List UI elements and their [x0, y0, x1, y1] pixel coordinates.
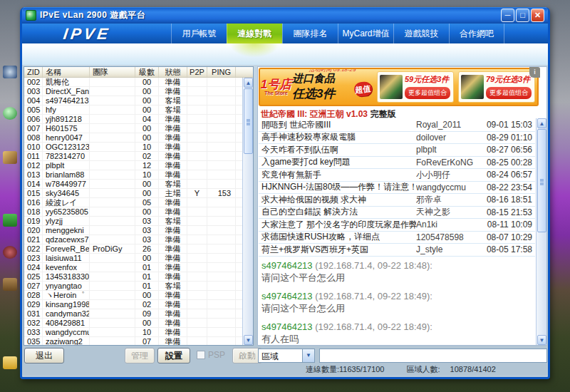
column-header-ping[interactable]: PING — [207, 67, 236, 77]
chat-log: s497464213 (192.168.71.4, 09-22 18:48): … — [259, 257, 535, 344]
column-header-p2p[interactable]: P2P — [187, 67, 207, 77]
ad-banner[interactable]: 1号店The Store 活动时间 09.18-29 进口食品 任选3件 超值 … — [259, 68, 539, 106]
desktop-icon-photo[interactable] — [3, 151, 17, 164]
player-row[interactable]: 014 w78449977 00 客場 — [24, 180, 242, 189]
player-row[interactable]: 013 brianlam88 10 準備 — [24, 170, 242, 180]
column-header-team[interactable]: 團隊 — [90, 67, 135, 77]
region-select[interactable]: 區域 ▼ — [258, 349, 315, 363]
forum-post-row[interactable]: 大家注意了 那个没名字的印度玩家是作弊狗 An1ki 08-11 10:09 — [259, 219, 535, 232]
player-row[interactable]: 003 DirectX_Fan 00 準備 — [24, 87, 242, 96]
column-header-zid[interactable]: ZID — [24, 67, 43, 77]
manage-button[interactable]: 管理 — [125, 348, 155, 363]
forum-post-row[interactable]: 自己的空白錯誤 解決方法 天神之影 08-15 21:53 — [259, 207, 535, 220]
player-row[interactable]: 035 zaziwang2 07 準備 — [24, 337, 242, 345]
column-header-state[interactable]: 狀態 — [159, 67, 187, 77]
maximize-button[interactable]: □ — [516, 9, 529, 22]
forum-post-row[interactable]: 開唔到 世紀帝國III Royal_2011 09-01 15:03 — [259, 119, 535, 132]
cell-p2p — [187, 170, 207, 179]
scroll-thumb[interactable] — [537, 129, 546, 232]
player-row[interactable]: 023 laisiuwa11 00 準備 — [24, 254, 242, 263]
cell-team — [90, 180, 135, 188]
ad-offer-79[interactable]: 79元任选3件 更多超值组合 — [458, 71, 535, 103]
post-date: 09-01 15:03 — [484, 120, 535, 130]
forum-post-row[interactable]: 入game要打cd key問題 FoRevErKoNG 08-25 00:28 — [259, 157, 535, 170]
desktop-icon-messenger[interactable] — [3, 107, 17, 120]
player-row[interactable]: 016 綾波レイ 05 準備 — [24, 198, 242, 207]
player-row[interactable]: 012 plbplt 12 準備 — [24, 161, 242, 170]
player-row[interactable]: 004 s497464213 00 客場 — [24, 96, 242, 105]
titlebar[interactable]: IPvE vLan 2900 遊戲平台 ─ □ ✕ — [22, 7, 548, 24]
forum-post-row[interactable]: 求大神给俄国的视频 求大神 邪帝卓 08-16 18:51 — [259, 194, 535, 207]
forum-post-row[interactable]: 今天咋看不到队伍啊 plbplt 08-27 06:56 — [259, 144, 535, 157]
cell-team — [90, 300, 135, 309]
player-row[interactable]: 029 kinsang1998 02 準備 — [24, 300, 242, 309]
player-row[interactable]: 011 782314270 02 準備 — [24, 152, 242, 161]
forum-post-row[interactable]: 求德国快速RUSH攻略，详细点 1205478598 08-07 10:29 — [259, 232, 535, 244]
player-row[interactable]: 018 yy65235805 00 準備 — [24, 207, 242, 217]
player-row[interactable]: 008 henry0047 00 準備 — [24, 133, 242, 143]
column-header-level[interactable]: 級數 — [135, 67, 159, 77]
player-row[interactable]: 002 凱梅伦 00 準備 — [24, 78, 242, 87]
chat-text: 请问这个平台怎么用 — [261, 272, 532, 284]
nav-tab[interactable]: MyCard增值 — [338, 24, 393, 43]
scroll-thumb[interactable] — [244, 88, 253, 154]
minimize-button[interactable]: ─ — [501, 9, 514, 22]
ad-more-button[interactable]: 更多超值组合 — [405, 87, 450, 99]
player-row[interactable]: 027 ynyangtao 01 客場 — [24, 282, 242, 291]
cell-zid: 015 — [24, 189, 43, 197]
nav-tab[interactable]: 團隊排名 — [282, 24, 338, 43]
cell-name: plbplt — [43, 161, 90, 170]
player-row[interactable]: 033 wangdyccmu 10 準備 — [24, 328, 242, 337]
psp-checkbox[interactable] — [197, 351, 205, 359]
player-row[interactable]: 006 yjh891218 04 準備 — [24, 115, 242, 124]
nav-tab[interactable]: 遊戲競技 — [393, 24, 449, 43]
player-row[interactable]: 031 candyman321 09 準備 — [24, 309, 242, 319]
player-row[interactable]: 024 kevenfox 01 準備 — [24, 263, 242, 272]
player-row[interactable]: 020 menggekni 03 準備 — [24, 226, 242, 235]
player-row[interactable]: 010 OGC123123... 10 準備 — [24, 143, 242, 152]
desktop-icon-game-green[interactable] — [3, 214, 17, 227]
player-row[interactable]: 032 408429881 00 準備 — [24, 319, 242, 328]
forum-post-row[interactable]: 荷兰+俄罗斯VS西班牙+英国 J_style 08-05 17:58 — [259, 244, 535, 257]
scroll-down-arrow[interactable]: ▼ — [244, 335, 253, 345]
chevron-down-icon[interactable]: ▼ — [302, 349, 314, 362]
scroll-up-arrow[interactable]: ▲ — [244, 78, 253, 88]
chat-input[interactable] — [319, 349, 547, 363]
player-row[interactable]: 028 ヽHeroin゜ 00 準備 — [24, 291, 242, 300]
player-table-scrollbar[interactable]: ▲ ▼ — [242, 78, 253, 345]
scroll-down-arrow[interactable]: ▼ — [537, 335, 546, 345]
player-row[interactable]: 015 sky34645 00 主場 Y 153 — [24, 189, 242, 198]
connections-count: 連線數量:11635/17100 — [306, 365, 394, 373]
scroll-up-arrow[interactable]: ▲ — [537, 118, 546, 128]
player-row[interactable]: 021 qdzacewxs7... 03 準備 — [24, 235, 242, 244]
close-button[interactable]: ✕ — [531, 9, 544, 22]
cell-ping — [207, 328, 236, 336]
desktop-icon-folder[interactable] — [3, 356, 17, 369]
chat-text: 请问这个平台怎么用 — [261, 302, 532, 315]
cell-state: 準備 — [159, 87, 187, 96]
forum-post-row[interactable]: 究竟仲有無新手 小小明仔 08-24 06:57 — [259, 169, 535, 182]
desktop-icon-game-red[interactable] — [3, 246, 17, 259]
player-row[interactable]: 019 ylyzjj 03 客場 — [24, 217, 242, 226]
player-row[interactable]: 005 hfy 00 客場 — [24, 105, 242, 115]
forum-post-row[interactable]: HJKNNGH-法国80级——作弊！请注意！（44卡组） wangdyccmu … — [259, 182, 535, 195]
cell-level: 02 — [135, 152, 159, 160]
ad-offer-59[interactable]: 59元任选3件 更多超值组合 — [377, 71, 454, 103]
psp-checkbox-group[interactable]: PSP — [197, 350, 225, 360]
settings-button[interactable]: 設置 — [157, 348, 190, 363]
player-row[interactable]: 007 H601575 00 準備 — [24, 124, 242, 133]
player-row[interactable]: 025 1345318330 01 準備 — [24, 272, 242, 282]
cell-ping — [207, 133, 236, 142]
nav-tab[interactable]: 用戶帳號 — [171, 24, 227, 43]
desktop-icon-m-app[interactable] — [3, 278, 17, 291]
forum-post-row[interactable]: 高手神速秒殺專家級電腦 doilover 08-29 01:10 — [259, 132, 535, 145]
nav-tab[interactable]: 連線對戰 — [227, 24, 282, 43]
desktop-icon-media-player[interactable] — [3, 66, 17, 78]
column-header-name[interactable]: 名稱 — [43, 67, 90, 77]
exit-button[interactable]: 退出 — [24, 348, 64, 363]
nav-tab[interactable]: 合作網吧 — [449, 24, 504, 43]
ad-info-icon[interactable]: i — [529, 67, 540, 78]
right-panel-scrollbar[interactable]: ▲ ▼ — [536, 118, 546, 345]
ad-more-button[interactable]: 更多超值组合 — [486, 87, 532, 99]
player-row[interactable]: 022 ForeveR_Ben ProDiGy 26 準備 — [24, 244, 242, 254]
